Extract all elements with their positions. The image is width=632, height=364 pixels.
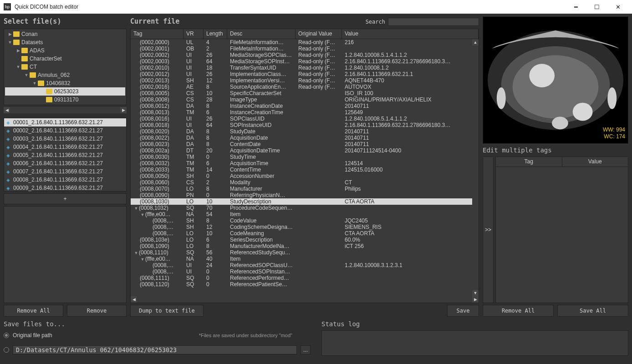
svg-point-5 [573,103,593,121]
tree-item[interactable]: 09313170 [5,96,125,104]
tree-item[interactable]: ▼Datasets [5,38,125,46]
file-item[interactable]: ◈00006_2.16.840.1.113669.632.21.27 [4,159,126,167]
current-file-heading: Current file [130,16,366,27]
col-original-value[interactable]: Original Value [296,29,342,39]
col-desc[interactable]: Desc [227,29,296,39]
tag-row[interactable]: ▼(fffe,e00…NA54Item [131,211,479,217]
tag-row[interactable]: (0008,1120)SQ0ReferencedPatientSe… [131,281,479,288]
image-preview[interactable]: WW: 994 WC: 174 [483,16,628,144]
tag-row[interactable]: (0002,0001)OB2FileMetaInformation…Read-o… [131,46,479,52]
add-tag-arrow-button[interactable]: >> [483,157,494,303]
tag-row[interactable]: (0008,0090)PN0ReferringPhysicianN… [131,192,479,198]
scroll-right-icon[interactable]: ▶ [120,107,127,113]
tree-item[interactable]: ▶Conan [5,30,125,38]
tag-row[interactable]: ▼(fffe,e00…NA40Item [131,256,479,262]
tag-row[interactable]: (0008,0005)CS10SpecificCharacterSetISO_I… [131,90,479,96]
tag-row[interactable]: (0002,0016)AE8SourceApplicationEn…Read-o… [131,84,479,90]
browse-button[interactable]: ... [301,345,311,354]
tree-item[interactable]: ▼10406832 [5,79,125,87]
tree-item[interactable]: ▼Annulus_062 [5,71,125,79]
scroll-down-icon[interactable]: ▼ [472,290,479,296]
tag-row[interactable]: ▼(0008,1110)SQ56ReferencedStudySequ… [131,249,479,256]
tree-item[interactable]: ▼CT [5,63,125,71]
app-logo: bp [4,3,11,10]
tag-row[interactable]: (0008,…UI0ReferencedSOPInstan… [131,268,479,275]
radio-custom-path[interactable] [4,347,9,353]
tag-row[interactable]: (0008,…SH8CodeValueJQC2405 [131,217,479,224]
tag-hscroll[interactable]: ◀ ▶ [131,296,479,303]
tag-row[interactable]: (0002,0002)UI26MediaStorageSOPClas…Read-… [131,52,479,58]
minimize-button[interactable]: ━ [566,0,586,14]
tag-row[interactable]: (0002,0010)UI18TransferSyntaxUIDRead-onl… [131,65,479,71]
radio-original-path[interactable] [4,333,9,338]
tag-row[interactable]: (0002,0003)UI64MediaStorageSOPInst…Read-… [131,58,479,65]
file-item[interactable]: ◈00007_2.16.840.1.113669.632.21.27 [4,167,126,176]
save-button[interactable]: Save [447,305,479,317]
tag-row[interactable]: (0008,0070)LO8ManufacturerPhilips [131,186,479,192]
tag-row[interactable]: (0008,002a)DT20AcquisitionDateTime201407… [131,147,479,154]
remove-all-button[interactable]: Remove All [4,305,63,317]
tag-row[interactable]: (0008,0022)DA8AcquisitionDate20140711 [131,135,479,141]
tag-row[interactable]: (0008,…LO10CodeMeaningCTA AORTA [131,230,479,237]
tree-item[interactable]: ▶ADAS [5,46,125,55]
tag-table: Tag VR Length Desc Original Value Value … [130,29,479,303]
edit-tags-table[interactable]: Tag Value [495,157,628,303]
tag-row[interactable]: (0008,0012)DA8InstanceCreationDate201407… [131,103,479,109]
file-item[interactable]: ◈00001_2.16.840.1.113669.632.21.27 [4,118,126,126]
tag-row[interactable]: (0002,0000)UL4FileMetaInformation…Read-o… [131,39,479,46]
file-item[interactable]: ◈00009_2.16.840.1.113669.632.21.27 [4,184,126,192]
add-button[interactable]: + [4,193,127,204]
close-button[interactable]: ✕ [607,0,628,14]
tag-row[interactable]: (0008,1111)SQ0ReferencedPerformed… [131,275,479,281]
tag-row[interactable]: ▼(0008,1032)SQ70ProcedureCodeSequen… [131,205,479,211]
tag-row[interactable]: (0008,…UI24ReferencedSOPClassU…1.2.840.1… [131,262,479,268]
file-item[interactable]: ◈00004_2.16.840.1.113669.632.21.27 [4,143,126,151]
save-path-input[interactable] [13,345,297,354]
scroll-left-icon[interactable]: ◀ [131,296,137,303]
file-item[interactable]: ◈00005_2.16.840.1.113669.632.21.27 [4,151,126,159]
col-vr[interactable]: VR [183,29,204,39]
tag-row[interactable]: (0002,0013)SH12ImplementationVersi…Read-… [131,77,479,84]
col-length[interactable]: Length [204,29,227,39]
tag-row[interactable]: (0008,1030)LO10StudyDescriptionCTA AORTA [131,198,479,205]
tree-item[interactable]: CharacterSet [5,55,125,63]
tag-row[interactable]: (0008,0050)SH0AccessionNumber [131,173,479,179]
tag-row[interactable]: (0008,0032)TM6AcquisitionTime124514 [131,160,479,167]
tag-row[interactable]: (0008,0020)DA8StudyDate20140711 [131,128,479,135]
col-value[interactable]: Value [342,29,479,39]
tag-row[interactable]: (0008,…SH12CodingSchemeDesigna…SIEMENS_R… [131,224,479,230]
tree-item[interactable]: 06253023 [5,87,125,96]
tag-row[interactable]: (0008,0008)CS28ImageTypeORIGINAL/PRIMARY… [131,96,479,103]
tag-row[interactable]: (0008,0033)TM14ContentTime124515.016000 [131,167,479,173]
scroll-left-icon[interactable]: ◀ [4,107,10,113]
file-icon: ◈ [5,144,11,150]
file-item[interactable]: ◈00008_2.16.840.1.113669.632.21.27 [4,176,126,184]
save-all-button[interactable]: Save All [557,305,628,317]
tag-row[interactable]: (0008,0016)UI26SOPClassUID1.2.840.10008.… [131,116,479,122]
tag-row[interactable]: (0008,103e)LO6SeriesDescription60.0% [131,237,479,243]
edit-remove-all-button[interactable]: Remove All [483,305,554,317]
search-input[interactable] [388,18,479,26]
scroll-up-icon[interactable]: ▲ [472,39,479,46]
tag-row[interactable]: (0008,0013)TM6InstanceCreationTime125649 [131,109,479,116]
file-item[interactable]: ◈00002_2.16.840.1.113669.632.21.27 [4,126,126,135]
remove-button[interactable]: Remove [67,305,127,317]
folder-tree[interactable]: ▶Conan▼Datasets▶ADASCharacterSet▼CT▼Annu… [4,29,127,105]
tag-row[interactable]: (0008,0023)DA8ContentDate20140711 [131,141,479,147]
tag-row[interactable]: (0002,0012)UI26ImplementationClass…Read-… [131,71,479,77]
tag-row[interactable]: (0008,0060)CS2ModalityCT [131,179,479,186]
tag-row[interactable]: (0008,1090)LO8ManufacturerModelNa…iCT 25… [131,243,479,249]
tag-vscroll[interactable]: ▲ ▼ [472,39,479,296]
tree-hscroll[interactable]: ◀ ▶ [4,107,127,113]
dump-button[interactable]: Dump to text file [130,305,204,317]
col-tag[interactable]: Tag [131,29,183,39]
tag-row[interactable]: (0008,0018)UI64SOPInstanceUID2.16.840.1.… [131,122,479,128]
file-item[interactable]: ◈00003_2.16.840.1.113669.632.21.27 [4,135,126,143]
file-icon: ◈ [5,177,11,183]
tag-row[interactable]: (0008,0030)TM0StudyTime [131,154,479,160]
scroll-right-icon[interactable]: ▶ [472,296,479,303]
wc-label: WC: 174 [603,133,625,141]
tag-table-body[interactable]: (0002,0000)UL4FileMetaInformation…Read-o… [131,39,479,296]
file-list[interactable]: ◈00001_2.16.840.1.113669.632.21.27◈00002… [4,118,127,192]
maximize-button[interactable]: ☐ [586,0,607,14]
